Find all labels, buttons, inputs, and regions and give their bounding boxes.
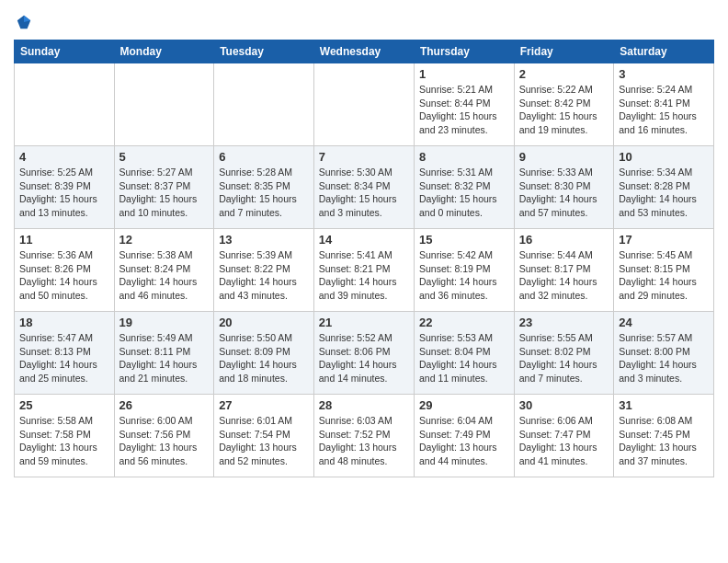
day-info: Sunrise: 5:34 AM Sunset: 8:28 PM Dayligh… (619, 166, 709, 220)
day-number: 4 (19, 150, 109, 164)
calendar-cell-w3d0: 18Sunrise: 5:47 AM Sunset: 8:13 PM Dayli… (15, 312, 115, 395)
calendar-cell-w1d4: 8Sunrise: 5:31 AM Sunset: 8:32 PM Daylig… (414, 146, 514, 229)
day-number: 11 (19, 233, 109, 247)
calendar-cell-w3d2: 20Sunrise: 5:50 AM Sunset: 8:09 PM Dayli… (214, 312, 314, 395)
weekday-header-monday: Monday (114, 40, 214, 63)
day-info: Sunrise: 5:24 AM Sunset: 8:41 PM Dayligh… (619, 83, 709, 137)
day-info: Sunrise: 5:27 AM Sunset: 8:37 PM Dayligh… (119, 166, 210, 220)
day-number: 29 (419, 398, 509, 412)
day-info: Sunrise: 5:30 AM Sunset: 8:34 PM Dayligh… (319, 166, 409, 220)
day-number: 14 (319, 233, 409, 247)
calendar-cell-w1d6: 10Sunrise: 5:34 AM Sunset: 8:28 PM Dayli… (614, 146, 714, 229)
day-info: Sunrise: 5:39 AM Sunset: 8:22 PM Dayligh… (219, 248, 309, 303)
calendar-cell-w2d1: 12Sunrise: 5:38 AM Sunset: 8:24 PM Dayli… (114, 229, 214, 312)
calendar-cell-w0d0 (15, 63, 115, 146)
day-info: Sunrise: 6:06 AM Sunset: 7:47 PM Dayligh… (519, 414, 609, 468)
day-info: Sunrise: 6:04 AM Sunset: 7:49 PM Dayligh… (419, 414, 509, 468)
weekday-header-thursday: Thursday (414, 40, 514, 63)
calendar-cell-w1d1: 5Sunrise: 5:27 AM Sunset: 8:37 PM Daylig… (114, 146, 214, 229)
day-number: 21 (319, 316, 409, 329)
day-number: 27 (219, 398, 309, 412)
day-info: Sunrise: 5:44 AM Sunset: 8:17 PM Dayligh… (519, 248, 609, 303)
day-info: Sunrise: 5:45 AM Sunset: 8:15 PM Dayligh… (619, 248, 709, 303)
day-number: 5 (119, 150, 210, 164)
calendar: SundayMondayTuesdayWednesdayThursdayFrid… (14, 40, 714, 477)
day-number: 8 (419, 150, 509, 164)
calendar-cell-w1d5: 9Sunrise: 5:33 AM Sunset: 8:30 PM Daylig… (514, 146, 613, 229)
day-info: Sunrise: 5:58 AM Sunset: 7:58 PM Dayligh… (19, 414, 109, 468)
day-number: 30 (519, 398, 609, 412)
day-number: 19 (119, 316, 210, 329)
day-number: 20 (219, 316, 309, 329)
day-number: 1 (419, 67, 509, 81)
calendar-cell-w0d4: 1Sunrise: 5:21 AM Sunset: 8:44 PM Daylig… (414, 63, 514, 146)
calendar-cell-w4d3: 28Sunrise: 6:03 AM Sunset: 7:52 PM Dayli… (313, 395, 414, 477)
day-number: 28 (319, 398, 409, 412)
calendar-cell-w4d1: 26Sunrise: 6:00 AM Sunset: 7:56 PM Dayli… (114, 395, 214, 477)
calendar-cell-w4d0: 25Sunrise: 5:58 AM Sunset: 7:58 PM Dayli… (15, 395, 115, 477)
day-number: 18 (19, 316, 109, 329)
calendar-cell-w0d1 (114, 63, 214, 146)
calendar-cell-w4d5: 30Sunrise: 6:06 AM Sunset: 7:47 PM Dayli… (514, 395, 613, 477)
day-info: Sunrise: 5:31 AM Sunset: 8:32 PM Dayligh… (419, 166, 509, 220)
calendar-cell-w1d3: 7Sunrise: 5:30 AM Sunset: 8:34 PM Daylig… (313, 146, 414, 229)
day-number: 25 (19, 398, 109, 412)
calendar-cell-w3d3: 21Sunrise: 5:52 AM Sunset: 8:06 PM Dayli… (313, 312, 414, 395)
day-number: 24 (619, 316, 709, 329)
calendar-cell-w0d2 (214, 63, 314, 146)
weekday-header-wednesday: Wednesday (313, 40, 414, 63)
day-info: Sunrise: 5:53 AM Sunset: 8:04 PM Dayligh… (419, 331, 509, 385)
day-info: Sunrise: 5:50 AM Sunset: 8:09 PM Dayligh… (219, 331, 309, 385)
day-number: 22 (419, 316, 509, 329)
day-info: Sunrise: 5:22 AM Sunset: 8:42 PM Dayligh… (519, 83, 609, 137)
day-number: 10 (619, 150, 709, 164)
calendar-cell-w0d5: 2Sunrise: 5:22 AM Sunset: 8:42 PM Daylig… (514, 63, 613, 146)
day-number: 26 (119, 398, 210, 412)
calendar-cell-w3d6: 24Sunrise: 5:57 AM Sunset: 8:00 PM Dayli… (614, 312, 714, 395)
calendar-cell-w3d1: 19Sunrise: 5:49 AM Sunset: 8:11 PM Dayli… (114, 312, 214, 395)
calendar-cell-w1d2: 6Sunrise: 5:28 AM Sunset: 8:35 PM Daylig… (214, 146, 314, 229)
day-number: 7 (319, 150, 409, 164)
calendar-cell-w2d3: 14Sunrise: 5:41 AM Sunset: 8:21 PM Dayli… (313, 229, 414, 312)
calendar-cell-w2d5: 16Sunrise: 5:44 AM Sunset: 8:17 PM Dayli… (514, 229, 613, 312)
calendar-cell-w1d0: 4Sunrise: 5:25 AM Sunset: 8:39 PM Daylig… (15, 146, 115, 229)
day-number: 3 (619, 67, 709, 81)
day-info: Sunrise: 5:38 AM Sunset: 8:24 PM Dayligh… (119, 248, 210, 303)
header (14, 14, 714, 30)
day-info: Sunrise: 6:03 AM Sunset: 7:52 PM Dayligh… (319, 414, 409, 468)
day-info: Sunrise: 6:01 AM Sunset: 7:54 PM Dayligh… (219, 414, 309, 468)
day-info: Sunrise: 5:21 AM Sunset: 8:44 PM Dayligh… (419, 83, 509, 137)
day-info: Sunrise: 5:52 AM Sunset: 8:06 PM Dayligh… (319, 331, 409, 385)
day-number: 9 (519, 150, 609, 164)
calendar-cell-w2d6: 17Sunrise: 5:45 AM Sunset: 8:15 PM Dayli… (614, 229, 714, 312)
calendar-cell-w2d4: 15Sunrise: 5:42 AM Sunset: 8:19 PM Dayli… (414, 229, 514, 312)
day-number: 13 (219, 233, 309, 247)
day-info: Sunrise: 6:08 AM Sunset: 7:45 PM Dayligh… (619, 414, 709, 468)
day-info: Sunrise: 5:49 AM Sunset: 8:11 PM Dayligh… (119, 331, 210, 385)
day-info: Sunrise: 5:25 AM Sunset: 8:39 PM Dayligh… (19, 166, 109, 220)
logo-flag-icon (16, 14, 32, 30)
weekday-header-sunday: Sunday (15, 40, 115, 63)
calendar-cell-w2d2: 13Sunrise: 5:39 AM Sunset: 8:22 PM Dayli… (214, 229, 314, 312)
day-number: 2 (519, 67, 609, 81)
day-number: 23 (519, 316, 609, 329)
day-number: 17 (619, 233, 709, 247)
calendar-cell-w4d4: 29Sunrise: 6:04 AM Sunset: 7:49 PM Dayli… (414, 395, 514, 477)
day-info: Sunrise: 5:42 AM Sunset: 8:19 PM Dayligh… (419, 248, 509, 303)
weekday-header-saturday: Saturday (614, 40, 714, 63)
day-info: Sunrise: 5:33 AM Sunset: 8:30 PM Dayligh… (519, 166, 609, 220)
day-info: Sunrise: 5:57 AM Sunset: 8:00 PM Dayligh… (619, 331, 709, 385)
logo (14, 14, 32, 30)
calendar-cell-w0d3 (313, 63, 414, 146)
calendar-cell-w0d6: 3Sunrise: 5:24 AM Sunset: 8:41 PM Daylig… (614, 63, 714, 146)
day-number: 31 (619, 398, 709, 412)
calendar-cell-w3d4: 22Sunrise: 5:53 AM Sunset: 8:04 PM Dayli… (414, 312, 514, 395)
day-number: 15 (419, 233, 509, 247)
weekday-header-friday: Friday (514, 40, 613, 63)
weekday-header-tuesday: Tuesday (214, 40, 314, 63)
day-info: Sunrise: 6:00 AM Sunset: 7:56 PM Dayligh… (119, 414, 210, 468)
day-info: Sunrise: 5:55 AM Sunset: 8:02 PM Dayligh… (519, 331, 609, 385)
day-info: Sunrise: 5:41 AM Sunset: 8:21 PM Dayligh… (319, 248, 409, 303)
day-info: Sunrise: 5:28 AM Sunset: 8:35 PM Dayligh… (219, 166, 309, 220)
day-info: Sunrise: 5:47 AM Sunset: 8:13 PM Dayligh… (19, 331, 109, 385)
